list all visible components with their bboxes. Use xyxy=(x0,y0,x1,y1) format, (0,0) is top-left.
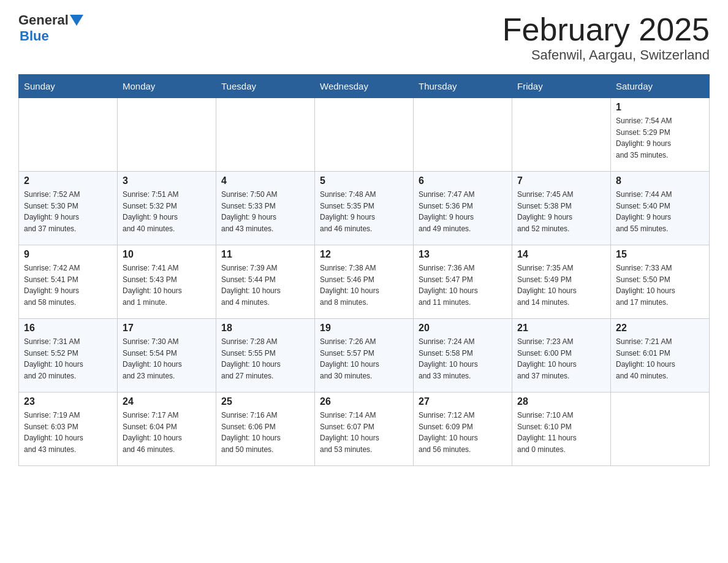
day-info: Sunrise: 7:41 AM Sunset: 5:43 PM Dayligh… xyxy=(123,262,211,308)
day-info: Sunrise: 7:21 AM Sunset: 6:01 PM Dayligh… xyxy=(616,336,704,381)
page-header: General Blue February 2025 Safenwil, Aar… xyxy=(18,12,710,63)
day-info: Sunrise: 7:36 AM Sunset: 5:47 PM Dayligh… xyxy=(419,262,507,308)
day-info: Sunrise: 7:35 AM Sunset: 5:49 PM Dayligh… xyxy=(517,262,605,308)
day-info: Sunrise: 7:39 AM Sunset: 5:44 PM Dayligh… xyxy=(221,262,309,308)
day-info: Sunrise: 7:45 AM Sunset: 5:38 PM Dayligh… xyxy=(517,189,605,234)
logo: General Blue xyxy=(18,12,83,44)
calendar-header-monday: Monday xyxy=(118,75,216,98)
day-info: Sunrise: 7:52 AM Sunset: 5:30 PM Dayligh… xyxy=(24,189,112,234)
calendar-cell: 4Sunrise: 7:50 AM Sunset: 5:33 PM Daylig… xyxy=(216,172,315,245)
day-number: 27 xyxy=(419,396,507,407)
page-title: February 2025 xyxy=(502,12,710,47)
day-number: 16 xyxy=(24,323,112,334)
day-number: 9 xyxy=(24,249,112,260)
day-info: Sunrise: 7:24 AM Sunset: 5:58 PM Dayligh… xyxy=(419,336,507,381)
day-info: Sunrise: 7:31 AM Sunset: 5:52 PM Dayligh… xyxy=(24,336,112,381)
day-number: 18 xyxy=(221,323,309,334)
logo-arrow-icon xyxy=(70,15,83,27)
calendar-cell xyxy=(315,98,414,172)
calendar-header-friday: Friday xyxy=(512,75,611,98)
calendar-cell: 2Sunrise: 7:52 AM Sunset: 5:30 PM Daylig… xyxy=(19,172,118,245)
day-number: 22 xyxy=(616,323,704,334)
calendar-week-row: 2Sunrise: 7:52 AM Sunset: 5:30 PM Daylig… xyxy=(19,172,710,245)
day-info: Sunrise: 7:17 AM Sunset: 6:04 PM Dayligh… xyxy=(123,410,211,455)
day-number: 23 xyxy=(24,396,112,407)
calendar-cell xyxy=(512,98,611,172)
day-number: 7 xyxy=(517,175,605,186)
calendar-cell xyxy=(19,98,118,172)
day-info: Sunrise: 7:44 AM Sunset: 5:40 PM Dayligh… xyxy=(616,189,704,234)
day-number: 26 xyxy=(320,396,408,407)
day-number: 11 xyxy=(221,249,309,260)
calendar-cell: 28Sunrise: 7:10 AM Sunset: 6:10 PM Dayli… xyxy=(512,393,611,466)
calendar-cell xyxy=(118,98,216,172)
calendar-header-sunday: Sunday xyxy=(19,75,118,98)
day-number: 12 xyxy=(320,249,408,260)
page-subtitle: Safenwil, Aargau, Switzerland xyxy=(502,47,710,63)
calendar-cell: 20Sunrise: 7:24 AM Sunset: 5:58 PM Dayli… xyxy=(414,319,512,393)
day-number: 13 xyxy=(419,249,507,260)
calendar-cell: 10Sunrise: 7:41 AM Sunset: 5:43 PM Dayli… xyxy=(118,245,216,319)
calendar-header-saturday: Saturday xyxy=(611,75,710,98)
calendar-header-thursday: Thursday xyxy=(414,75,512,98)
day-number: 17 xyxy=(123,323,211,334)
day-info: Sunrise: 7:10 AM Sunset: 6:10 PM Dayligh… xyxy=(517,410,605,455)
calendar-cell: 9Sunrise: 7:42 AM Sunset: 5:41 PM Daylig… xyxy=(19,245,118,319)
calendar-week-row: 23Sunrise: 7:19 AM Sunset: 6:03 PM Dayli… xyxy=(19,393,710,466)
calendar-cell: 25Sunrise: 7:16 AM Sunset: 6:06 PM Dayli… xyxy=(216,393,315,466)
day-number: 25 xyxy=(221,396,309,407)
day-number: 6 xyxy=(419,175,507,186)
calendar-cell: 7Sunrise: 7:45 AM Sunset: 5:38 PM Daylig… xyxy=(512,172,611,245)
calendar-cell: 5Sunrise: 7:48 AM Sunset: 5:35 PM Daylig… xyxy=(315,172,414,245)
calendar-cell: 23Sunrise: 7:19 AM Sunset: 6:03 PM Dayli… xyxy=(19,393,118,466)
calendar-cell: 17Sunrise: 7:30 AM Sunset: 5:54 PM Dayli… xyxy=(118,319,216,393)
calendar-cell: 11Sunrise: 7:39 AM Sunset: 5:44 PM Dayli… xyxy=(216,245,315,319)
calendar-cell xyxy=(216,98,315,172)
day-info: Sunrise: 7:12 AM Sunset: 6:09 PM Dayligh… xyxy=(419,410,507,455)
day-number: 24 xyxy=(123,396,211,407)
day-info: Sunrise: 7:38 AM Sunset: 5:46 PM Dayligh… xyxy=(320,262,408,308)
day-number: 19 xyxy=(320,323,408,334)
calendar-cell: 8Sunrise: 7:44 AM Sunset: 5:40 PM Daylig… xyxy=(611,172,710,245)
day-info: Sunrise: 7:42 AM Sunset: 5:41 PM Dayligh… xyxy=(24,262,112,308)
calendar-header-tuesday: Tuesday xyxy=(216,75,315,98)
title-block: February 2025 Safenwil, Aargau, Switzerl… xyxy=(502,12,710,63)
calendar-cell: 13Sunrise: 7:36 AM Sunset: 5:47 PM Dayli… xyxy=(414,245,512,319)
calendar-cell: 16Sunrise: 7:31 AM Sunset: 5:52 PM Dayli… xyxy=(19,319,118,393)
logo-blue-text: Blue xyxy=(20,28,49,44)
calendar-cell: 14Sunrise: 7:35 AM Sunset: 5:49 PM Dayli… xyxy=(512,245,611,319)
calendar-cell: 27Sunrise: 7:12 AM Sunset: 6:09 PM Dayli… xyxy=(414,393,512,466)
calendar-cell xyxy=(611,393,710,466)
day-info: Sunrise: 7:33 AM Sunset: 5:50 PM Dayligh… xyxy=(616,262,704,308)
day-number: 2 xyxy=(24,175,112,186)
calendar-cell: 6Sunrise: 7:47 AM Sunset: 5:36 PM Daylig… xyxy=(414,172,512,245)
calendar-header-row: SundayMondayTuesdayWednesdayThursdayFrid… xyxy=(19,75,710,98)
day-number: 14 xyxy=(517,249,605,260)
day-number: 4 xyxy=(221,175,309,186)
day-info: Sunrise: 7:19 AM Sunset: 6:03 PM Dayligh… xyxy=(24,410,112,455)
calendar-table: SundayMondayTuesdayWednesdayThursdayFrid… xyxy=(18,74,710,466)
day-number: 5 xyxy=(320,175,408,186)
day-info: Sunrise: 7:28 AM Sunset: 5:55 PM Dayligh… xyxy=(221,336,309,381)
day-number: 8 xyxy=(616,175,704,186)
calendar-week-row: 1Sunrise: 7:54 AM Sunset: 5:29 PM Daylig… xyxy=(19,98,710,172)
day-number: 21 xyxy=(517,323,605,334)
day-info: Sunrise: 7:50 AM Sunset: 5:33 PM Dayligh… xyxy=(221,189,309,234)
day-number: 3 xyxy=(123,175,211,186)
day-info: Sunrise: 7:23 AM Sunset: 6:00 PM Dayligh… xyxy=(517,336,605,381)
day-number: 1 xyxy=(616,102,704,113)
day-info: Sunrise: 7:26 AM Sunset: 5:57 PM Dayligh… xyxy=(320,336,408,381)
day-info: Sunrise: 7:54 AM Sunset: 5:29 PM Dayligh… xyxy=(616,115,704,161)
day-number: 10 xyxy=(123,249,211,260)
day-number: 15 xyxy=(616,249,704,260)
calendar-cell: 12Sunrise: 7:38 AM Sunset: 5:46 PM Dayli… xyxy=(315,245,414,319)
day-info: Sunrise: 7:16 AM Sunset: 6:06 PM Dayligh… xyxy=(221,410,309,455)
calendar-cell xyxy=(414,98,512,172)
logo-general-text: General xyxy=(18,12,69,28)
calendar-cell: 3Sunrise: 7:51 AM Sunset: 5:32 PM Daylig… xyxy=(118,172,216,245)
calendar-cell: 22Sunrise: 7:21 AM Sunset: 6:01 PM Dayli… xyxy=(611,319,710,393)
day-info: Sunrise: 7:14 AM Sunset: 6:07 PM Dayligh… xyxy=(320,410,408,455)
calendar-cell: 1Sunrise: 7:54 AM Sunset: 5:29 PM Daylig… xyxy=(611,98,710,172)
day-number: 28 xyxy=(517,396,605,407)
day-info: Sunrise: 7:48 AM Sunset: 5:35 PM Dayligh… xyxy=(320,189,408,234)
